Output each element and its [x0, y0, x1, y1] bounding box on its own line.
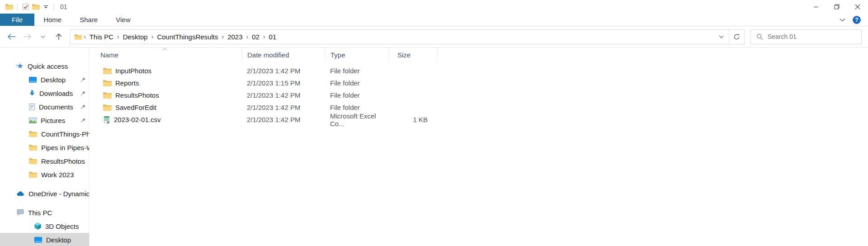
forward-button[interactable] [22, 31, 32, 42]
column-header-date-modified[interactable]: Date modified [242, 47, 325, 62]
address-bar[interactable]: › This PC › Desktop › CountThingsResults… [70, 29, 745, 44]
restore-button[interactable] [826, 0, 847, 14]
search-input[interactable] [768, 33, 844, 40]
sidebar-group-gap [0, 200, 89, 206]
expand-ribbon-chevron-icon[interactable] [840, 18, 845, 22]
onedrive-cloud-icon [16, 191, 24, 196]
qat-divider [17, 4, 18, 10]
column-header-row: Name Date modified Type Size [90, 47, 868, 62]
sidebar-item-label: Desktop [41, 76, 66, 84]
help-button[interactable]: ? [853, 16, 861, 24]
file-name: SavedForEdit [115, 104, 156, 111]
address-folder-icon [75, 34, 82, 40]
sidebar-item-label: Desktop [46, 236, 71, 244]
table-row[interactable]: SavedForEdit 2/1/2023 1:42 PM File folde… [90, 101, 868, 114]
document-icon [29, 104, 35, 110]
file-type: File folder [325, 67, 389, 75]
window-title: 01 [60, 3, 67, 10]
breadcrumb-item-desktop[interactable]: Desktop [119, 33, 151, 41]
caption-buttons [806, 0, 868, 14]
file-date-modified: 2/1/2023 1:15 PM [242, 79, 325, 87]
table-row[interactable]: a 2023-02-01.csv 2/1/2023 1:42 PM Micros… [90, 114, 868, 126]
sidebar-item-desktop-thispc[interactable]: Desktop [0, 233, 89, 246]
breadcrumb-item-this-pc[interactable]: This PC [86, 33, 117, 41]
ribbon-tab-bar: File Home Share View ? [0, 14, 868, 26]
sidebar-item-downloads[interactable]: Downloads [0, 86, 89, 100]
title-bar: 01 [0, 0, 868, 14]
folder-icon [103, 92, 112, 99]
sidebar-item-countthings-photos[interactable]: CountThings-Photos [0, 127, 89, 141]
sidebar-item-onedrive[interactable]: OneDrive - Dynamic ' [0, 187, 89, 200]
file-name: InputPhotos [115, 67, 151, 75]
tab-file[interactable]: File [0, 14, 34, 26]
refresh-button[interactable] [729, 30, 744, 44]
sidebar-item-label: OneDrive - Dynamic ' [28, 190, 89, 198]
pin-icon [80, 118, 86, 123]
sidebar-item-desktop[interactable]: Desktop [0, 73, 89, 86]
file-list-pane: Name Date modified Type Size InputPhotos… [90, 47, 868, 246]
sidebar-item-resultsphotos[interactable]: ResultsPhotos [0, 154, 89, 168]
sidebar-group-gap [0, 181, 89, 187]
qat-divider [54, 4, 54, 10]
sidebar-item-pipes-in-pipes[interactable]: Pipes in Pipes-Wind [0, 141, 89, 154]
breadcrumb-item-countthingsresults[interactable]: CountThingsResults [153, 33, 222, 41]
folder-icon [103, 104, 112, 111]
3d-cube-icon [34, 222, 41, 230]
file-name: ResultsPhotos [115, 91, 159, 99]
sidebar-item-label: CountThings-Photos [41, 130, 89, 138]
minimize-button[interactable] [806, 0, 826, 14]
table-row[interactable]: Reports 2/1/2023 1:15 PM File folder [90, 77, 868, 89]
main-area: Quick access Desktop Downloads Doc [0, 47, 868, 246]
sidebar-item-quick-access[interactable]: Quick access [0, 59, 89, 73]
file-date-modified: 2/1/2023 1:42 PM [242, 104, 325, 111]
desktop-icon [34, 237, 42, 243]
desktop-icon [29, 77, 37, 83]
file-type: File folder [325, 91, 389, 99]
sidebar-item-work-2023[interactable]: Work 2023 [0, 168, 89, 181]
sidebar-item-label: ResultsPhotos [41, 157, 85, 165]
close-button[interactable] [847, 0, 868, 14]
qat-customize-chevron-icon[interactable] [41, 2, 51, 12]
qat-new-folder-icon[interactable] [31, 2, 41, 12]
qat-check-icon[interactable] [21, 2, 31, 12]
sidebar-item-pictures[interactable]: Pictures [0, 114, 89, 127]
sidebar-item-label: Quick access [28, 62, 68, 70]
excel-csv-icon: a [103, 116, 110, 123]
folder-icon [29, 131, 37, 137]
file-date-modified: 2/1/2023 1:42 PM [242, 67, 325, 75]
breadcrumb-item-2023[interactable]: 2023 [224, 33, 246, 41]
folder-icon [103, 67, 112, 74]
sidebar-item-label: 3D Objects [45, 222, 79, 230]
back-button[interactable] [6, 31, 16, 42]
column-header-type[interactable]: Type [325, 47, 389, 62]
table-row[interactable]: InputPhotos 2/1/2023 1:42 PM File folder [90, 65, 868, 77]
sidebar-item-label: This PC [28, 209, 52, 217]
sort-ascending-chevron-icon [162, 48, 167, 51]
file-type: File folder [325, 104, 389, 111]
folder-icon [29, 144, 37, 151]
sidebar-item-label: Pipes in Pipes-Wind [41, 144, 89, 151]
tab-share[interactable]: Share [71, 14, 107, 26]
computer-icon [16, 209, 24, 216]
file-rows: InputPhotos 2/1/2023 1:42 PM File folder… [90, 62, 868, 126]
file-date-modified: 2/1/2023 1:42 PM [242, 116, 325, 123]
column-header-size[interactable]: Size [389, 47, 438, 62]
tab-view[interactable]: View [107, 14, 139, 26]
breadcrumb-item-02[interactable]: 02 [248, 33, 263, 41]
sidebar-item-this-pc[interactable]: This PC [0, 206, 89, 219]
up-button[interactable] [54, 31, 64, 42]
picture-icon [29, 118, 37, 123]
tab-home[interactable]: Home [34, 14, 71, 26]
table-row[interactable]: ResultsPhotos 2/1/2023 1:42 PM File fold… [90, 89, 868, 101]
sidebar-item-documents[interactable]: Documents [0, 100, 89, 114]
file-type: File folder [325, 79, 389, 87]
breadcrumb-item-01[interactable]: 01 [265, 33, 280, 41]
sidebar-item-label: Documents [39, 103, 73, 111]
sidebar-item-label: Work 2023 [41, 171, 74, 179]
navigation-toolbar: › This PC › Desktop › CountThingsResults… [0, 26, 868, 47]
address-dropdown-chevron-icon[interactable] [713, 30, 729, 44]
recent-locations-chevron-icon[interactable] [38, 31, 48, 42]
sidebar-item-3d-objects[interactable]: 3D Objects [0, 219, 89, 233]
search-box[interactable] [750, 29, 862, 44]
file-type: Microsoft Excel Co... [325, 112, 389, 128]
